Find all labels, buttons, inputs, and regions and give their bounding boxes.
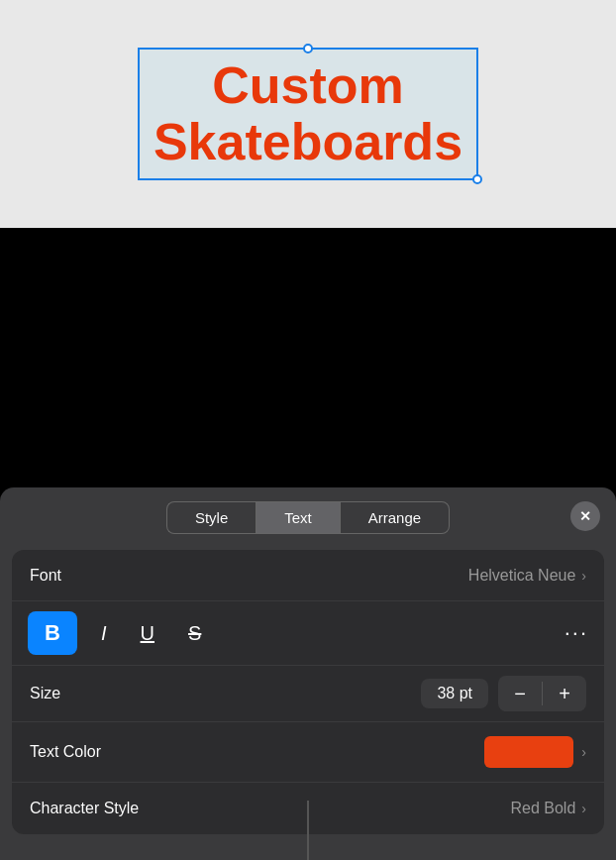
text-box[interactable]: Custom Skateboards [138, 48, 478, 180]
canvas-area: Custom Skateboards [0, 0, 616, 228]
tab-text[interactable]: Text [256, 501, 341, 534]
handle-top-center[interactable] [303, 44, 313, 54]
close-button[interactable]: ✕ [570, 501, 600, 531]
connector-line [307, 801, 309, 860]
font-row[interactable]: Font Helvetica Neue › [12, 550, 604, 601]
text-color-label: Text Color [30, 743, 484, 761]
italic-button[interactable]: I [91, 616, 117, 651]
canvas-text: Custom Skateboards [154, 57, 462, 170]
increase-size-button[interactable]: + [543, 676, 586, 711]
tab-segment: Style Text Arrange [166, 501, 450, 534]
font-label: Font [30, 567, 468, 585]
strikethrough-button[interactable]: S [178, 616, 211, 651]
font-value: Helvetica Neue [468, 567, 576, 585]
tab-style[interactable]: Style [166, 501, 256, 534]
text-color-row[interactable]: Text Color › [12, 722, 604, 783]
character-style-label: Character Style [30, 800, 511, 817]
bold-button[interactable]: B [28, 611, 77, 655]
more-button[interactable]: ··· [565, 620, 588, 646]
tab-bar: Style Text Arrange ✕ [0, 487, 616, 544]
size-label: Size [30, 685, 421, 702]
character-style-chevron-icon: › [581, 801, 586, 816]
decrease-size-button[interactable]: − [498, 676, 542, 711]
size-row: Size 38 pt − + [12, 666, 604, 722]
text-color-chevron-icon: › [581, 744, 586, 760]
text-color-swatch[interactable] [484, 736, 573, 768]
panel-body: Font Helvetica Neue › B I U S ··· Size 3… [12, 550, 604, 834]
tab-arrange[interactable]: Arrange [341, 501, 450, 534]
size-stepper: − + [498, 676, 586, 711]
format-buttons-row: B I U S ··· [12, 601, 604, 666]
size-value[interactable]: 38 pt [421, 679, 488, 708]
font-chevron-icon: › [581, 568, 586, 584]
handle-bottom-right[interactable] [472, 174, 482, 184]
character-style-value: Red Bold [511, 800, 576, 817]
underline-button[interactable]: U [131, 616, 164, 651]
